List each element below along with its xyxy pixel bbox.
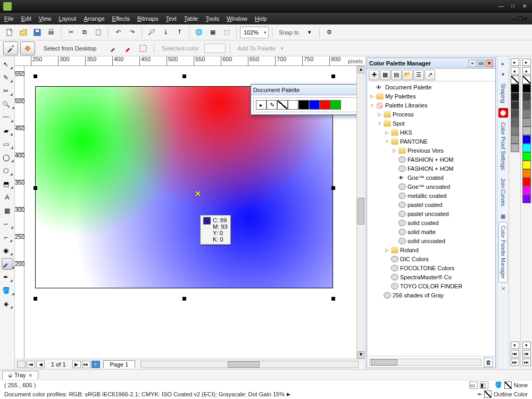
menu-tools[interactable]: Tools xyxy=(205,15,219,22)
selection-handle[interactable] xyxy=(34,74,37,78)
menu-arrange[interactable]: Arrange xyxy=(84,15,104,22)
tree-row[interactable]: TOYO COLOR FINDER xyxy=(367,281,495,290)
default-palette-swatch[interactable] xyxy=(522,118,531,127)
default-palette-swatch[interactable] xyxy=(522,135,531,144)
tree-row[interactable]: FASHION + HOM xyxy=(367,155,495,164)
doc-palette-swatch[interactable] xyxy=(298,100,309,110)
save-button[interactable] xyxy=(31,26,44,39)
tree-row[interactable]: pastel uncoated xyxy=(367,209,495,218)
page-tab[interactable]: Page 1 xyxy=(103,360,136,368)
doc-palette-swatch[interactable] xyxy=(288,100,298,110)
tree-row[interactable]: Document Palette xyxy=(367,82,495,92)
tree-expander[interactable] xyxy=(392,238,397,244)
smart-fill-tool[interactable]: ▰◢ xyxy=(2,125,13,137)
outline-tool[interactable]: ✒◢ xyxy=(2,271,13,283)
gray-palette-swatch[interactable] xyxy=(511,93,519,101)
docker-close-button[interactable]: ✕ xyxy=(486,60,493,67)
add-to-palette-dropdown[interactable]: ▾ xyxy=(281,46,284,51)
snap-to-dropdown[interactable]: ▾ xyxy=(303,26,316,39)
gray-palette-swatch[interactable] xyxy=(511,135,519,144)
tree-expander[interactable] xyxy=(392,184,397,189)
basic-shapes-tool[interactable]: ⬒◢ xyxy=(2,178,13,190)
tree-row[interactable]: ▿Spot xyxy=(367,119,495,128)
menu-layout[interactable]: Layout xyxy=(59,15,76,22)
menu-text[interactable]: Text xyxy=(166,15,177,22)
delete-palette-button[interactable]: 🗑 xyxy=(484,358,493,367)
first-page-button[interactable]: ⏮ xyxy=(27,361,35,368)
color-palette-manager-tab[interactable]: Color Palette Manager xyxy=(498,222,508,282)
new-from-selection-button[interactable]: ▦ xyxy=(380,70,390,80)
paste-button[interactable]: 📋 xyxy=(92,26,105,39)
menu-effects[interactable]: Effects xyxy=(112,15,130,22)
crop-tool[interactable]: ✂◢ xyxy=(2,85,13,97)
tree-row[interactable]: solid uncoated xyxy=(367,236,495,245)
hints-tab-icon[interactable]: ▸ xyxy=(498,59,508,68)
export-button[interactable]: ⤒ xyxy=(173,26,186,39)
app-launcher-button[interactable]: ▦ xyxy=(206,26,219,39)
outline-indicator[interactable]: ✒ Outline Color xyxy=(477,390,528,398)
ellipse-tool[interactable]: ◯◢ xyxy=(2,152,13,163)
tree-expander[interactable] xyxy=(392,202,397,207)
new-from-document-button[interactable]: ▤ xyxy=(391,70,402,80)
interactive-fill-tool[interactable]: ◈◢ xyxy=(2,298,13,310)
profiles-dropdown-icon[interactable]: ▶ xyxy=(287,392,290,397)
gray-palette-swatch[interactable] xyxy=(511,101,519,110)
eyedropper-mode-button[interactable] xyxy=(3,41,18,55)
fill-tool[interactable]: 🪣◢ xyxy=(2,285,13,296)
welcome-button[interactable]: ⬚ xyxy=(220,26,233,39)
prev-page-button[interactable]: ◀ xyxy=(36,361,45,368)
tree-expander[interactable] xyxy=(392,211,397,217)
tree-expander[interactable] xyxy=(392,193,397,198)
ruler-origin-button[interactable] xyxy=(17,361,26,368)
tree-expander[interactable] xyxy=(384,274,390,280)
status-tablet-button[interactable]: ▭ xyxy=(469,381,478,389)
undo-button[interactable]: ↶ xyxy=(112,26,124,39)
docker-expand-button[interactable]: » xyxy=(469,60,476,67)
docker-collapse-icon[interactable]: ▾ xyxy=(498,69,508,79)
text-tool[interactable]: A xyxy=(2,192,13,203)
tree-row[interactable]: FASHION + HOM xyxy=(367,164,495,173)
gray-palette-swatch[interactable] xyxy=(511,84,519,93)
gray-palette-up-button[interactable]: ▴ xyxy=(511,67,519,74)
maximize-button[interactable]: □ xyxy=(509,3,517,10)
rectangle-tool[interactable]: ▭◢ xyxy=(2,138,13,150)
default-palette-swatch[interactable] xyxy=(522,84,531,93)
selection-handle[interactable] xyxy=(331,186,335,190)
tree-expander[interactable] xyxy=(377,292,383,298)
freehand-tool[interactable]: 〰◢ xyxy=(2,112,13,123)
eyedropper-tool[interactable]: ◢ xyxy=(2,258,13,270)
selection-handle[interactable] xyxy=(34,297,37,301)
menu-view[interactable]: View xyxy=(39,15,52,22)
gray-palette-swatch[interactable] xyxy=(511,110,519,118)
doc-palette-none-swatch[interactable] xyxy=(277,100,288,110)
sample-2x2-button[interactable] xyxy=(122,42,135,55)
default-palette-swatch[interactable] xyxy=(522,110,531,118)
add-to-palette-button[interactable]: Add To Palette xyxy=(238,45,276,52)
color-proof-tab[interactable]: Color Proof Settings xyxy=(498,119,508,174)
default-palette-right-button[interactable]: ⏭ xyxy=(522,359,531,366)
canvas-horizontal-scrollbar[interactable] xyxy=(140,361,359,368)
options-button[interactable]: ⚙ xyxy=(323,26,336,39)
menu-window[interactable]: Window xyxy=(227,15,247,22)
default-palette-swatch[interactable] xyxy=(522,144,531,152)
open-button[interactable] xyxy=(17,26,30,39)
shaping-tab[interactable]: Shaping xyxy=(498,80,508,107)
cpm-icon[interactable]: ▦ xyxy=(498,211,508,221)
tree-row[interactable]: ▷HKS xyxy=(367,128,495,137)
canvas-vertical-scrollbar[interactable]: ▲ ▼ xyxy=(356,66,365,359)
search-button[interactable]: 🔎 xyxy=(145,26,158,39)
menu-edit[interactable]: Edit xyxy=(21,15,31,22)
tree-expander[interactable]: ▷ xyxy=(392,147,397,153)
default-palette-swatch[interactable] xyxy=(522,101,531,110)
gray-palette-swatch[interactable] xyxy=(511,144,519,152)
doc-palette-swatch[interactable] xyxy=(309,100,320,110)
selection-handle[interactable] xyxy=(182,74,186,78)
tray-tab[interactable]: ⬙ Tray ✕ xyxy=(2,371,38,379)
copy-button[interactable]: ⧉ xyxy=(78,26,91,39)
tree-expander[interactable] xyxy=(392,229,397,235)
doc-minimize-button[interactable]: — xyxy=(512,15,518,22)
tree-expander[interactable]: ▷ xyxy=(377,111,383,117)
default-palette-swatch[interactable] xyxy=(522,186,531,195)
selection-handle[interactable] xyxy=(34,186,37,190)
tree-row[interactable]: metallic coated xyxy=(367,191,495,200)
